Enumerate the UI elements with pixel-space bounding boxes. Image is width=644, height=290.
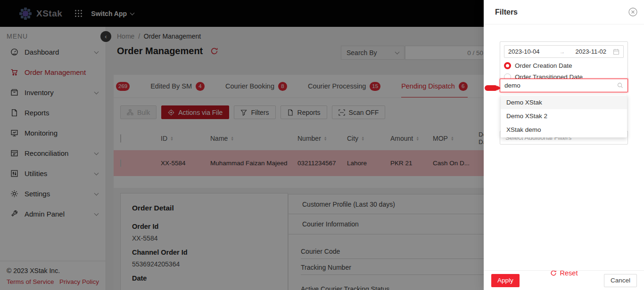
date-to[interactable]: 2023-11-02 (575, 48, 606, 55)
annotation-arrow (485, 85, 498, 91)
filters-drawer: Filters 2023-10-04 → 2023-11-02 Order Cr… (484, 0, 644, 290)
store-filter-value[interactable] (504, 82, 617, 89)
date-from[interactable]: 2023-10-04 (508, 48, 559, 55)
radio-label: Order Creation Date (515, 62, 572, 69)
apply-button[interactable]: Apply (491, 274, 520, 287)
dropdown-option-demo-xstak-2[interactable]: Demo XStak 2 (501, 109, 627, 123)
date-range-picker[interactable]: 2023-10-04 → 2023-11-02 (504, 45, 624, 58)
radio-order-creation-date[interactable]: Order Creation Date (504, 62, 624, 69)
dropdown-option-xstak-demo[interactable]: XStak demo (501, 123, 627, 137)
close-icon[interactable] (628, 7, 638, 17)
app-window: XStak Switch App MENU Dashboard Order Ma… (0, 0, 644, 290)
calendar-icon (613, 48, 619, 55)
dropdown-option-demo-xstak[interactable]: Demo XStak (501, 96, 627, 109)
date-range-arrow: → (559, 48, 565, 55)
radio-selected-icon (504, 62, 511, 69)
store-filter-input[interactable] (500, 79, 628, 92)
drawer-footer: Apply Cancel (484, 270, 644, 290)
filters-title: Filters (495, 8, 518, 16)
search-icon (617, 82, 623, 89)
store-dropdown: Demo XStak Demo XStak 2 XStak demo (501, 95, 627, 137)
cancel-button[interactable]: Cancel (604, 274, 637, 287)
